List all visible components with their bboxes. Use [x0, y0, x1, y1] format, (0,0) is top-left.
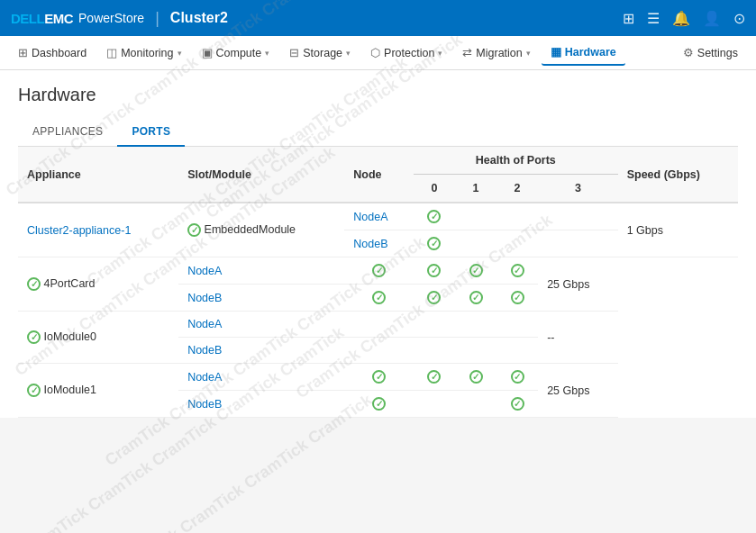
port-0-nodeB [344, 338, 414, 364]
nav-compute[interactable]: ▣ Compute ▾ [193, 41, 279, 65]
module-cell-embedded: ✓ EmbeddedModule [178, 203, 344, 257]
header-health-of-ports: Health of Ports [414, 147, 618, 175]
node-link[interactable]: NodeA [187, 265, 222, 277]
migration-arrow: ▾ [526, 49, 531, 58]
nav-hardware-label: Hardware [565, 46, 616, 59]
port-2-nodeA [496, 203, 538, 230]
protection-arrow: ▾ [438, 49, 442, 58]
storage-icon: ⊟ [289, 46, 299, 59]
nav-settings[interactable]: ⚙ Settings [674, 41, 747, 65]
menu-icon[interactable]: ☰ [647, 10, 660, 27]
header-port-2: 2 [496, 175, 538, 203]
port-check-icon: ✓ [469, 291, 483, 304]
nav-dashboard[interactable]: ⊞ Dashboard [9, 41, 96, 65]
node-cell: NodeB [178, 391, 344, 418]
nav-monitoring[interactable]: ◫ Monitoring ▾ [97, 41, 190, 65]
settings-icon: ⚙ [683, 46, 694, 59]
dashboard-icon: ⊞ [18, 46, 28, 59]
nav-protection-label: Protection [384, 47, 434, 59]
module-status-icon: ✓ [187, 223, 201, 237]
header-port-0: 0 [414, 175, 455, 203]
nav-storage-label: Storage [303, 47, 342, 59]
table-body: Cluster2-appliance-1 ✓ EmbeddedModule No… [18, 203, 738, 418]
port-3-nodeB: ✓ [496, 285, 538, 312]
port-1-nodeA: ✓ [414, 364, 455, 391]
cluster-name: Cluster2 [170, 10, 228, 26]
port-0-nodeA [344, 312, 414, 338]
speed-cell-iomodule0: -- [538, 312, 618, 364]
node-link[interactable]: NodeA [187, 371, 222, 384]
port-1-nodeB [455, 230, 496, 257]
port-3-nodeA: ✓ [496, 364, 538, 391]
compute-arrow: ▾ [265, 49, 269, 58]
port-1-nodeA: ✓ [414, 257, 455, 285]
header-slot-module: Slot/Module [178, 147, 344, 203]
tab-appliances[interactable]: APPLIANCES [18, 118, 117, 147]
node-link[interactable]: NodeB [353, 238, 387, 250]
table-row: ✓ IoModule0 NodeA -- [18, 312, 738, 338]
node-link[interactable]: NodeB [187, 344, 222, 357]
port-3-nodeB [538, 230, 618, 257]
speed-cell-4port: 25 Gbps [538, 257, 618, 312]
port-1-nodeB: ✓ [414, 285, 455, 312]
module-status-icon: ✓ [27, 277, 41, 291]
brand-divider: | [155, 9, 159, 28]
node-cell: NodeB [344, 230, 414, 257]
port-0-nodeB: ✓ [414, 230, 455, 257]
monitoring-icon: ◫ [106, 46, 117, 59]
node-link[interactable]: NodeB [187, 292, 222, 304]
port-1-nodeB [414, 338, 455, 364]
node-link[interactable]: NodeA [187, 318, 222, 330]
port-3-nodeA: ✓ [496, 257, 538, 285]
node-cell: NodeA [344, 203, 414, 230]
port-check-icon: ✓ [427, 237, 441, 250]
protection-icon: ⬡ [370, 46, 380, 59]
nav-hardware[interactable]: ▦ Hardware [542, 40, 625, 66]
port-0-nodeB: ✓ [344, 391, 414, 418]
header-speed: Speed (Gbps) [618, 147, 738, 203]
page-content: Hardware APPLIANCES PORTS [0, 70, 756, 147]
port-check-icon: ✓ [372, 291, 386, 304]
port-check-icon: ✓ [511, 370, 524, 384]
storage-arrow: ▾ [346, 49, 351, 58]
port-2-nodeB: ✓ [455, 285, 496, 312]
header-port-1: 1 [455, 175, 496, 203]
nav-migration[interactable]: ⇄ Migration ▾ [453, 41, 539, 65]
port-check-icon: ✓ [511, 397, 524, 411]
user-icon[interactable]: 👤 [703, 10, 721, 27]
port-check-icon: ✓ [469, 370, 483, 384]
node-cell: NodeA [178, 364, 344, 391]
node-link[interactable]: NodeA [353, 211, 387, 223]
node-link[interactable]: NodeB [187, 398, 222, 411]
module-status-icon: ✓ [27, 330, 41, 344]
port-check-icon: ✓ [469, 264, 483, 277]
module-status-icon: ✓ [27, 384, 41, 397]
nav-storage[interactable]: ⊟ Storage ▾ [280, 41, 360, 65]
port-check-icon: ✓ [511, 264, 524, 277]
module-cell-iomodule1: ✓ IoModule1 [18, 364, 178, 418]
port-2-nodeA [455, 312, 496, 338]
table-header-row-1: Appliance Slot/Module Node Health of Por… [18, 147, 738, 175]
hardware-icon: ▦ [551, 45, 561, 59]
port-3-nodeB [496, 338, 538, 364]
port-0-nodeB: ✓ [344, 285, 414, 312]
nav-compute-label: Compute [216, 47, 262, 59]
ports-table: Appliance Slot/Module Node Health of Por… [18, 147, 738, 418]
port-0-nodeA: ✓ [344, 257, 414, 285]
port-0-nodeA: ✓ [344, 364, 414, 391]
brand-product: PowerStore [78, 11, 144, 25]
tab-ports[interactable]: PORTS [117, 118, 185, 147]
nav-dashboard-label: Dashboard [32, 47, 87, 59]
port-1-nodeA [414, 312, 455, 338]
port-2-nodeA: ✓ [455, 364, 496, 391]
header-port-3: 3 [538, 175, 618, 203]
nav-protection[interactable]: ⬡ Protection ▾ [361, 41, 451, 65]
appliance-link[interactable]: Cluster2-appliance-1 [27, 224, 131, 237]
bell-icon[interactable]: 🔔 [672, 10, 690, 27]
brand: DELLEMC PowerStore | Cluster2 [11, 9, 228, 28]
nav-bar: ⊞ Dashboard ◫ Monitoring ▾ ▣ Compute ▾ ⊟… [0, 36, 756, 70]
compute-icon: ▣ [202, 46, 213, 59]
apps-grid-icon[interactable]: ⊞ [623, 10, 634, 27]
port-3-nodeA [496, 312, 538, 338]
account-icon[interactable]: ⊙ [733, 10, 745, 27]
